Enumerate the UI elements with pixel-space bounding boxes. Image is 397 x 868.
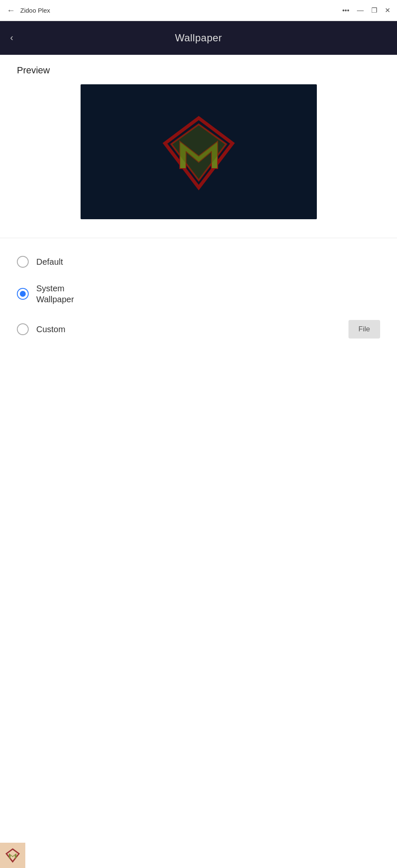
radio-system-wallpaper[interactable] xyxy=(17,288,29,300)
svg-marker-3 xyxy=(6,849,19,862)
option-default: Default xyxy=(17,248,380,275)
title-bar-controls: ••• — ❐ ✕ xyxy=(342,6,390,14)
title-bar-app-name: Zidoo Plex xyxy=(20,7,50,14)
preview-image-container xyxy=(17,84,380,219)
preview-section: Preview xyxy=(0,55,397,228)
preview-label: Preview xyxy=(17,65,380,76)
main-content: Preview Default xyxy=(0,55,397,868)
page-title: Wallpaper xyxy=(175,32,222,44)
bottom-app-icon xyxy=(0,843,25,868)
minimize-icon[interactable]: — xyxy=(357,7,364,14)
close-icon[interactable]: ✕ xyxy=(385,6,390,14)
wallpaper-logo xyxy=(157,110,241,194)
maximize-icon[interactable]: ❐ xyxy=(371,6,377,14)
section-divider xyxy=(0,238,397,238)
app-header: ‹ Wallpaper xyxy=(0,21,397,55)
file-button[interactable]: File xyxy=(348,320,380,339)
title-bar-left: ← Zidoo Plex xyxy=(7,5,50,15)
title-bar: ← Zidoo Plex ••• — ❐ ✕ xyxy=(0,0,397,21)
option-default-label: Default xyxy=(36,257,380,267)
radio-default[interactable] xyxy=(17,256,29,268)
option-custom: Custom File xyxy=(17,312,380,346)
more-icon[interactable]: ••• xyxy=(342,7,349,14)
options-section: Default System Wallpaper Custom File xyxy=(0,248,397,346)
bottom-logo-icon xyxy=(5,848,20,863)
preview-image xyxy=(81,84,317,219)
option-custom-label: Custom xyxy=(36,325,348,334)
option-system-wallpaper-label: System Wallpaper xyxy=(36,283,74,305)
title-bar-back-icon[interactable]: ← xyxy=(7,5,15,15)
option-system-wallpaper: System Wallpaper xyxy=(17,275,380,312)
radio-custom[interactable] xyxy=(17,323,29,335)
back-button[interactable]: ‹ xyxy=(10,32,13,43)
